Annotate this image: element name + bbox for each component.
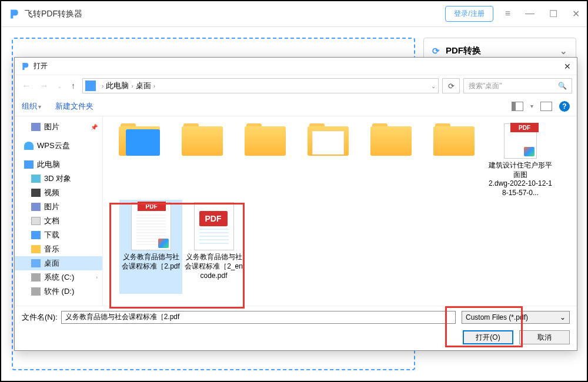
sidebar-item-video[interactable]: 视频: [15, 186, 102, 200]
sidebar: 图片📌 WPS云盘 此电脑 3D 对象 视频 图片 文档 下载 音乐 桌面 系统…: [15, 116, 103, 306]
menu-icon[interactable]: ≡: [505, 8, 510, 19]
nav-up-icon[interactable]: ↑: [68, 81, 79, 91]
sidebar-item-thispc[interactable]: 此电脑: [15, 158, 102, 172]
nav-back-icon[interactable]: ←: [19, 81, 34, 91]
dialog-close-icon[interactable]: ✕: [564, 62, 571, 71]
file-item-pdf1[interactable]: PDF 义务教育品德与社会课程标准［2.pdf: [119, 200, 182, 294]
dialog-titlebar: 打开 ✕: [15, 58, 577, 75]
login-button[interactable]: 登录/注册: [445, 6, 493, 22]
sidebar-item-ddrive[interactable]: 软件 (D:): [15, 284, 102, 299]
file-filter-select[interactable]: Custom Files (*.pdf): [462, 311, 570, 324]
sidebar-item-cdrive[interactable]: 系统 (C:)›: [15, 270, 102, 284]
file-open-dialog: 打开 ✕ ← → ⌄ ↑ › 此电脑 › 桌面 › ⌄ ⟳ 搜索"桌面" 🔍: [14, 57, 577, 351]
breadcrumb-sep-icon: ›: [153, 83, 155, 89]
breadcrumb-dropdown-icon[interactable]: ⌄: [431, 83, 436, 89]
open-button[interactable]: 打开(O): [463, 330, 513, 344]
view-details-icon[interactable]: [540, 102, 552, 111]
refresh-button[interactable]: ⟳: [442, 78, 460, 93]
cancel-button[interactable]: 取消: [519, 330, 570, 344]
help-icon[interactable]: ?: [559, 101, 570, 112]
sidebar-item-wps[interactable]: WPS云盘: [15, 139, 102, 153]
nav-recent-icon[interactable]: ⌄: [55, 83, 64, 89]
side-card-title: PDF转换: [446, 45, 481, 56]
search-input[interactable]: 搜索"桌面" 🔍: [463, 78, 572, 93]
convert-icon: ⟳: [432, 46, 440, 56]
breadcrumb-part[interactable]: 此电脑: [106, 81, 129, 91]
breadcrumb-sep-icon: ›: [131, 83, 133, 89]
folder-item[interactable]: [171, 121, 233, 200]
view-controls: ▾ ?: [512, 101, 570, 112]
action-row: 打开(O) 取消: [15, 328, 577, 350]
search-placeholder: 搜索"桌面": [469, 81, 502, 91]
chevron-down-icon: ⌄: [560, 46, 567, 56]
breadcrumb[interactable]: › 此电脑 › 桌面 › ⌄: [82, 78, 439, 93]
window-controls: ≡ — ☐ ✕: [505, 8, 580, 19]
new-folder-button[interactable]: 新建文件夹: [55, 101, 93, 112]
folder-item[interactable]: [422, 121, 485, 200]
dialog-logo-icon: [21, 62, 30, 71]
filename-input[interactable]: [61, 311, 456, 324]
app-logo-icon: [8, 8, 20, 20]
view-dropdown-icon[interactable]: ▾: [530, 103, 533, 109]
main-window: 飞转PDF转换器 登录/注册 ≡ — ☐ ✕ ⟳ PDF转换 ⌄ 打开 ✕ ← …: [0, 0, 588, 382]
maximize-icon[interactable]: ☐: [549, 8, 557, 19]
filename-label: 文件名(N):: [22, 312, 58, 323]
sidebar-item-desktop[interactable]: 桌面: [15, 256, 102, 270]
sidebar-item-downloads[interactable]: 下载: [15, 228, 102, 242]
file-item-pdf2[interactable]: PDF 义务教育品德与社会课程标准［2_encode.pdf: [182, 200, 245, 294]
nav-row: ← → ⌄ ↑ › 此电脑 › 桌面 › ⌄ ⟳ 搜索"桌面" 🔍: [15, 75, 577, 96]
organize-button[interactable]: 组织▾: [22, 101, 41, 112]
file-area[interactable]: PDF 建筑设计住宅户形平面图2.dwg-2022-10-12-18-15-57…: [103, 116, 577, 306]
folder-item[interactable]: [296, 121, 359, 200]
file-item-pdf-right[interactable]: PDF 建筑设计住宅户形平面图2.dwg-2022-10-12-18-15-57…: [485, 121, 556, 200]
folder-item[interactable]: [108, 121, 171, 200]
search-icon: 🔍: [558, 82, 567, 90]
dialog-body: 图片📌 WPS云盘 此电脑 3D 对象 视频 图片 文档 下载 音乐 桌面 系统…: [15, 116, 577, 306]
view-panes-icon[interactable]: [512, 102, 523, 111]
minimize-icon[interactable]: —: [525, 8, 534, 19]
app-title: 飞转PDF转换器: [25, 9, 445, 19]
dialog-title: 打开: [34, 61, 48, 71]
nav-forward-icon: →: [37, 81, 51, 91]
sidebar-item-pictures[interactable]: 图片📌: [15, 120, 102, 134]
sidebar-item-3d[interactable]: 3D 对象: [15, 172, 102, 186]
sidebar-item-pictures2[interactable]: 图片: [15, 200, 102, 214]
sidebar-item-docs[interactable]: 文档: [15, 214, 102, 228]
breadcrumb-sep-icon: ›: [102, 83, 103, 89]
filename-row: 文件名(N): Custom Files (*.pdf): [15, 306, 577, 328]
pc-icon: [85, 81, 96, 91]
expand-icon[interactable]: ›: [96, 274, 98, 280]
breadcrumb-part[interactable]: 桌面: [136, 81, 151, 91]
folder-item[interactable]: [233, 121, 296, 200]
main-titlebar: 飞转PDF转换器 登录/注册 ≡ — ☐ ✕: [1, 1, 587, 27]
sidebar-item-music[interactable]: 音乐: [15, 242, 102, 256]
pin-icon: 📌: [91, 124, 98, 130]
folder-item[interactable]: [359, 121, 422, 200]
close-icon[interactable]: ✕: [572, 8, 580, 19]
toolbar-row: 组织▾ 新建文件夹 ▾ ?: [15, 96, 577, 116]
